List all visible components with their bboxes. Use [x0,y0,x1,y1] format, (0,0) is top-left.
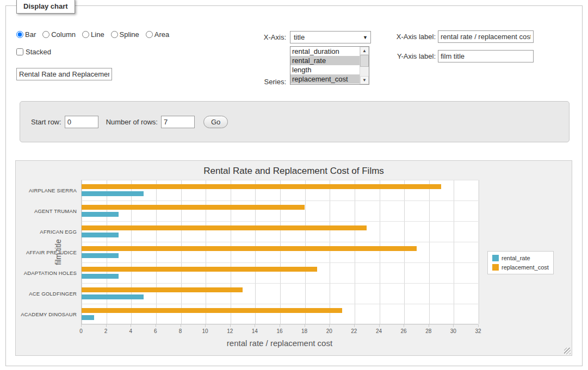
gridline [82,200,478,201]
x-axis-label-input[interactable] [438,30,534,43]
legend-swatch [492,255,499,261]
x-tick-label: 0 [73,328,89,334]
tick-mark [205,324,206,327]
tick-mark [379,324,380,327]
x-tick-label: 32 [470,328,486,334]
category-label: AFFAIR PREJUDICE [16,249,77,255]
tick-mark [329,324,330,327]
series-option-length[interactable]: length [290,65,360,74]
gridline [82,221,478,222]
tick-mark [305,324,305,327]
chart-panel: Rental Rate and Replacement Cost of Film… [15,160,572,356]
x-tick-label: 24 [371,328,387,334]
go-button[interactable]: Go [203,116,228,128]
tick-mark [156,324,156,327]
gridline [479,180,479,324]
series-option-rental_duration[interactable]: rental_duration [290,47,360,56]
bar-replacement_cost [82,287,243,292]
legend-swatch [492,264,499,271]
x-tick-label: 4 [122,328,139,334]
gridline [454,180,454,324]
x-axis-select-label: X-Axis: [240,33,286,41]
chart-title: Rental Rate and Replacement Cost of Film… [16,166,572,177]
chart-type-option-bar[interactable]: Bar [16,30,36,39]
start-row-input[interactable] [65,116,98,128]
chart-type-option-column[interactable]: Column [42,30,76,39]
category-label: ADAPTATION HOLES [16,270,77,276]
bar-rental_rate [82,253,119,258]
category-label: AFRICAN EGG [16,229,77,235]
num-rows-input[interactable] [161,116,195,128]
resize-handle-icon[interactable] [564,348,571,354]
legend-item-rental_rate[interactable]: rental_rate [492,255,549,261]
category-label: ACADEMY DINOSAUR [16,311,77,317]
gridline [305,180,306,324]
category-label: AGENT TRUMAN [16,208,77,214]
stacked-row: Stacked [16,48,51,56]
series-listbox-label: Series: [240,78,286,86]
gridline [82,180,478,180]
radio-area[interactable] [146,31,153,38]
x-tick-label: 12 [222,328,238,334]
radio-bar[interactable] [16,31,23,38]
tick-mark [255,324,255,327]
chart-type-option-label: Spline [120,30,139,39]
scrollbar-down-icon[interactable]: ▼ [360,76,369,84]
y-axis-label-label: Y-Axis label: [381,52,436,60]
y-axis-label-input[interactable] [438,50,534,62]
bar-replacement_cost [82,184,441,189]
scrollbar-thumb[interactable] [360,55,369,67]
gridline [82,262,478,263]
gridline [82,304,478,304]
gridline [82,180,82,324]
x-tick-label: 2 [98,328,114,334]
stacked-checkbox[interactable] [16,48,23,55]
tick-mark [453,324,454,327]
bar-rental_rate [82,294,144,299]
x-tick-label: 16 [271,328,288,334]
radio-column[interactable] [42,31,49,38]
tick-mark [478,324,479,327]
gridline [181,180,182,324]
x-tick-label: 22 [346,328,362,334]
x-tick-label: 14 [246,328,263,334]
category-label: ACE GOLDFINGER [16,291,77,297]
bar-rental_rate [82,212,119,217]
tick-mark [181,324,181,327]
chart-type-option-line[interactable]: Line [82,30,104,39]
scrollbar[interactable]: ▲ ▼ [360,47,369,84]
chart-type-option-area[interactable]: Area [146,30,169,39]
gridline [355,180,355,324]
tick-mark [106,324,107,327]
chart-type-option-label: Line [91,30,104,39]
series-option-replacement_cost[interactable]: replacement_cost [290,74,360,84]
x-tick-label: 18 [296,328,313,334]
tick-mark [429,324,429,327]
radio-spline[interactable] [111,31,118,38]
chart-type-option-label: Column [51,30,76,39]
gridline [255,180,256,324]
display-chart-panel: Display chart BarColumnLineSplineArea St… [5,5,583,366]
chart-type-radios: BarColumnLineSplineArea [16,30,176,39]
num-rows-label: Number of rows: [106,118,158,126]
chart-legend: rental_ratereplacement_cost [487,251,554,274]
legend-item-replacement_cost[interactable]: replacement_cost [492,264,549,271]
stacked-label: Stacked [26,48,51,56]
category-label: AIRPLANE SIERRA [16,187,77,193]
tick-mark [81,324,82,327]
gridline [82,283,478,284]
x-tick-label: 30 [445,328,461,334]
start-row-label: Start row: [31,118,61,126]
series-listbox[interactable]: rental_durationrental_ratelengthreplacem… [290,46,369,85]
x-axis-select[interactable]: title ▼ [290,31,371,43]
panel-legend: Display chart [16,0,75,14]
radio-line[interactable] [82,31,89,38]
series-option-rental_rate[interactable]: rental_rate [290,56,360,65]
legend-label: replacement_cost [502,264,549,271]
bar-rental_rate [82,274,119,279]
chart-title-input[interactable] [16,68,112,80]
chart-type-option-spline[interactable]: Spline [111,30,139,39]
tick-mark [131,324,131,327]
scrollbar-up-icon[interactable]: ▲ [360,47,369,55]
gridline [330,180,330,324]
